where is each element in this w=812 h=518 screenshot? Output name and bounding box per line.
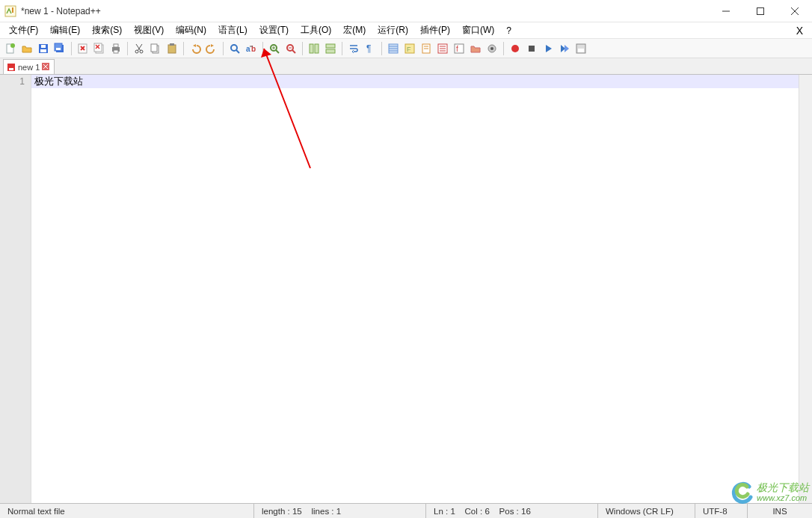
sync-h-icon[interactable] xyxy=(323,41,338,56)
menu-window[interactable]: 窗口(W) xyxy=(456,22,500,38)
scrollbar-vertical[interactable] xyxy=(799,75,812,503)
menu-help[interactable]: ? xyxy=(500,24,517,37)
zoom-in-icon[interactable] xyxy=(267,41,282,56)
svg-rect-68 xyxy=(578,49,584,52)
separator xyxy=(342,42,342,55)
status-file-type: Normal text file xyxy=(0,504,254,518)
all-chars-icon[interactable]: ¶ xyxy=(363,41,378,56)
menu-view[interactable]: 视图(V) xyxy=(128,22,170,38)
replace-icon[interactable]: ab xyxy=(244,41,259,56)
maximize-button[interactable] xyxy=(743,0,778,22)
separator xyxy=(503,42,504,55)
paste-icon[interactable] xyxy=(164,41,179,56)
func-list-icon[interactable]: f xyxy=(452,41,467,56)
save-all-icon[interactable] xyxy=(52,41,67,56)
stop-macro-icon[interactable] xyxy=(524,41,539,56)
window-title: *new 1 - Notepad++ xyxy=(21,6,709,16)
menu-file[interactable]: 文件(F) xyxy=(3,22,44,38)
line-gutter: 1 xyxy=(0,75,31,503)
tab-dirty-icon xyxy=(7,63,16,72)
close-all-icon[interactable] xyxy=(92,41,107,56)
tab-close-icon[interactable] xyxy=(42,63,51,72)
svg-rect-45 xyxy=(326,44,335,48)
zoom-out-icon[interactable] xyxy=(283,41,298,56)
menu-bar: 文件(F) 编辑(E) 搜索(S) 视图(V) 编码(N) 语言(L) 设置(T… xyxy=(0,22,812,39)
play-multi-icon[interactable] xyxy=(557,41,572,56)
menu-run[interactable]: 运行(R) xyxy=(372,22,414,38)
separator xyxy=(183,42,184,55)
svg-rect-23 xyxy=(114,50,118,53)
separator xyxy=(223,42,224,55)
undo-icon[interactable] xyxy=(188,41,203,56)
status-ins[interactable]: INS xyxy=(748,504,812,518)
redo-icon[interactable] xyxy=(204,41,219,56)
minimize-button[interactable] xyxy=(709,0,743,22)
tab-bar: new 1 xyxy=(0,58,812,75)
record-macro-icon[interactable] xyxy=(508,41,523,56)
new-file-icon[interactable] xyxy=(3,41,18,56)
svg-text:¶: ¶ xyxy=(366,43,371,54)
svg-point-7 xyxy=(10,43,15,48)
svg-text:f: f xyxy=(456,45,458,53)
svg-line-37 xyxy=(276,50,279,53)
toolbar: ab ¶ F f xyxy=(0,39,812,58)
editor-body[interactable]: 极光下载站 xyxy=(31,75,799,503)
doc-list-icon[interactable] xyxy=(435,41,450,56)
lang-icon[interactable]: F xyxy=(402,41,417,56)
folder-panel-icon[interactable] xyxy=(468,41,483,56)
tab-new-1[interactable]: new 1 xyxy=(3,59,55,74)
editor-area: 1 极光下载站 xyxy=(0,75,812,503)
menu-plugins[interactable]: 插件(P) xyxy=(414,22,456,38)
status-length: length : 15 lines : 1 xyxy=(254,504,426,518)
status-encoding[interactable]: UTF-8 xyxy=(695,504,748,518)
app-icon xyxy=(4,5,16,17)
cut-icon[interactable] xyxy=(132,41,147,56)
svg-point-64 xyxy=(490,47,493,50)
svg-rect-43 xyxy=(310,44,313,53)
close-file-icon[interactable] xyxy=(76,41,90,56)
editor-line[interactable]: 极光下载站 xyxy=(31,75,799,88)
menu-tools[interactable]: 工具(O) xyxy=(295,22,337,38)
svg-rect-31 xyxy=(170,43,174,46)
svg-rect-70 xyxy=(9,68,13,70)
play-macro-icon[interactable] xyxy=(541,41,556,56)
svg-rect-44 xyxy=(315,44,319,53)
print-icon[interactable] xyxy=(108,41,123,56)
sync-v-icon[interactable] xyxy=(307,41,322,56)
svg-rect-9 xyxy=(40,49,46,52)
status-eol[interactable]: Windows (CR LF) xyxy=(598,504,695,518)
menu-edit[interactable]: 编辑(E) xyxy=(44,22,86,38)
separator xyxy=(71,42,72,55)
wordwrap-icon[interactable] xyxy=(346,41,361,56)
separator xyxy=(381,42,382,55)
menu-close-x[interactable]: X xyxy=(790,25,809,37)
copy-icon[interactable] xyxy=(148,41,163,56)
status-bar: Normal text file length : 15 lines : 1 L… xyxy=(0,503,812,518)
line-number: 1 xyxy=(6,75,25,88)
menu-macro[interactable]: 宏(M) xyxy=(337,22,372,38)
svg-rect-22 xyxy=(114,44,118,47)
svg-point-65 xyxy=(511,45,519,52)
watermark-url: www.xz7.com xyxy=(757,493,809,502)
doc-map-icon[interactable] xyxy=(419,41,434,56)
save-macro-icon[interactable] xyxy=(573,41,588,56)
menu-language[interactable]: 语言(L) xyxy=(212,22,253,38)
svg-rect-30 xyxy=(168,45,176,53)
svg-rect-13 xyxy=(56,48,61,50)
save-icon[interactable] xyxy=(36,41,51,56)
svg-rect-46 xyxy=(326,49,335,53)
window-controls xyxy=(709,0,812,22)
find-icon[interactable] xyxy=(227,41,242,56)
separator xyxy=(302,42,303,55)
monitor-icon[interactable] xyxy=(485,41,499,56)
indent-guide-icon[interactable] xyxy=(386,41,401,56)
watermark-name: 极光下载站 xyxy=(757,482,809,493)
svg-rect-66 xyxy=(529,46,535,52)
menu-search[interactable]: 搜索(S) xyxy=(86,22,128,38)
tab-label: new 1 xyxy=(18,63,40,72)
watermark: 极光下载站 www.xz7.com xyxy=(728,479,809,505)
menu-settings[interactable]: 设置(T) xyxy=(253,22,295,38)
close-button[interactable] xyxy=(778,0,812,22)
open-folder-icon[interactable] xyxy=(19,41,34,56)
menu-encoding[interactable]: 编码(N) xyxy=(170,22,212,38)
